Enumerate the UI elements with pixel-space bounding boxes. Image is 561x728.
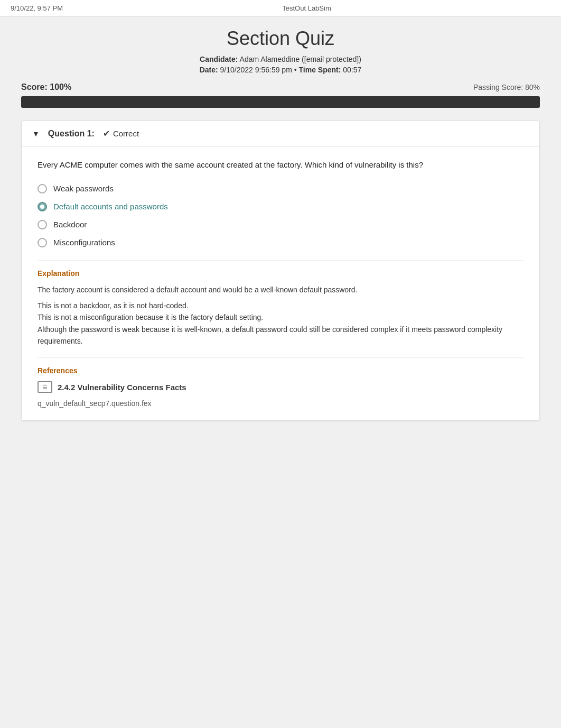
top-bar: 9/10/22, 9:57 PM TestOut LabSim — [0, 0, 561, 17]
answer-option-2: Default accounts and passwords — [38, 202, 523, 211]
answer-option-1: Weak passwords — [38, 184, 523, 193]
candidate-email: [email protected] — [304, 55, 359, 63]
date-value: 9/10/2022 9:56:59 pm — [220, 66, 292, 74]
date-info: Date: 9/10/2022 9:56:59 pm • Time Spent:… — [21, 66, 540, 74]
answer-text-4: Misconfigurations — [53, 238, 115, 247]
question-card-1: ▼ Question 1: ✔ Correct Every ACME compu… — [21, 121, 540, 421]
question-status-text: Correct — [113, 129, 139, 138]
question-number: Question 1: — [48, 129, 95, 139]
time-spent-label: Time Spent: — [299, 66, 341, 74]
references-title: References — [38, 366, 523, 375]
progress-bar-fill — [21, 96, 540, 108]
score-row: Score: 100% Passing Score: 80% — [21, 82, 540, 92]
answer-option-4: Misconfigurations — [38, 238, 523, 247]
correct-checkmark-icon: ✔ — [103, 128, 110, 139]
reference-item-1: 2.4.2 Vulnerability Concerns Facts — [38, 381, 523, 393]
explanation-section: Explanation The factory account is consi… — [38, 260, 523, 347]
passing-score-label: Passing Score: 80% — [473, 83, 540, 91]
question-status: ✔ Correct — [103, 128, 139, 139]
file-name: q_vuln_default_secp7.question.fex — [38, 399, 523, 408]
explanation-title: Explanation — [38, 269, 523, 278]
candidate-label: Candidate: — [200, 55, 238, 63]
explanation-paragraph-1: The factory account is considered a defa… — [38, 284, 523, 296]
progress-bar-container — [21, 96, 540, 108]
answer-options: Weak passwords Default accounts and pass… — [38, 184, 523, 247]
time-spent-value: 00:57 — [343, 66, 361, 74]
app-name: TestOut LabSim — [282, 4, 331, 12]
answer-text-1: Weak passwords — [53, 184, 114, 193]
candidate-info: Candidate: Adam Alameddine ([email prote… — [21, 55, 540, 63]
references-section: References 2.4.2 Vulnerability Concerns … — [38, 357, 523, 408]
answer-option-3: Backdoor — [38, 220, 523, 229]
radio-option-3[interactable] — [38, 220, 47, 229]
score-label: Score: 100% — [21, 82, 71, 92]
question-header: ▼ Question 1: ✔ Correct — [22, 121, 539, 146]
answer-text-3: Backdoor — [53, 220, 87, 229]
question-text: Every ACME computer comes with the same … — [38, 159, 523, 171]
candidate-name: Adam Alameddine — [240, 55, 300, 63]
radio-option-4[interactable] — [38, 238, 47, 247]
reference-icon — [38, 381, 52, 393]
radio-option-2[interactable] — [38, 202, 47, 211]
question-body: Every ACME computer comes with the same … — [22, 146, 539, 420]
page-wrapper: Section Quiz Candidate: Adam Alameddine … — [0, 17, 561, 724]
answer-text-2: Default accounts and passwords — [53, 202, 168, 211]
radio-option-1[interactable] — [38, 184, 47, 193]
reference-link-1[interactable]: 2.4.2 Vulnerability Concerns Facts — [58, 383, 186, 392]
page-title: Section Quiz — [21, 27, 540, 50]
timestamp: 9/10/22, 9:57 PM — [11, 4, 63, 12]
question-toggle-icon[interactable]: ▼ — [32, 130, 40, 138]
explanation-paragraph-2: This is not a backdoor, as it is not har… — [38, 300, 523, 347]
date-label: Date: — [200, 66, 218, 74]
